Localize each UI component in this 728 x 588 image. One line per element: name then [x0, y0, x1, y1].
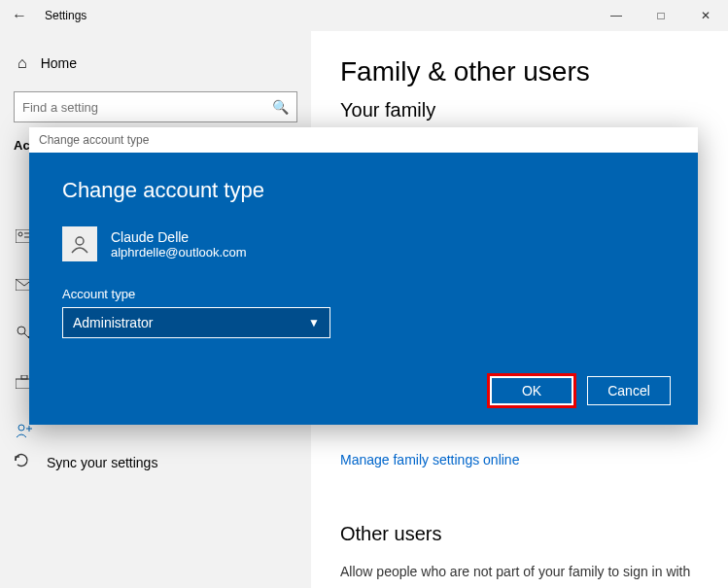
home-icon: ⌂ [17, 54, 27, 72]
select-value: Administrator [73, 315, 153, 330]
sync-label: Sync your settings [47, 455, 157, 470]
window-title: Settings [39, 9, 87, 22]
home-label: Home [41, 55, 77, 71]
sync-nav[interactable]: Sync your settings [14, 453, 157, 471]
search-box[interactable]: 🔍 [14, 91, 297, 122]
svg-point-1 [18, 232, 22, 236]
window-controls: — □ ✕ [594, 0, 728, 31]
account-type-label: Account type [62, 287, 665, 301]
user-email: alphrdelle@outlook.com [111, 245, 247, 259]
section-your-family: Your family [340, 99, 703, 121]
avatar [62, 226, 97, 261]
dialog-crumb: Change account type [29, 127, 698, 153]
dialog-body: Change account type Claude Delle alphrde… [29, 153, 698, 425]
section-other-users: Other users [340, 523, 703, 545]
other-users-note: Allow people who are not part of your fa… [340, 563, 703, 582]
svg-point-5 [17, 327, 25, 334]
dialog-title: Change account type [62, 178, 665, 203]
user-row: Claude Delle alphrdelle@outlook.com [62, 226, 665, 261]
account-type-select[interactable]: Administrator ▼ [62, 307, 330, 338]
back-button[interactable]: ← [0, 7, 39, 24]
user-text: Claude Delle alphrdelle@outlook.com [111, 229, 247, 259]
close-button[interactable]: ✕ [683, 0, 728, 31]
dialog-buttons: OK Cancel [490, 376, 671, 405]
search-icon: 🔍 [272, 99, 289, 115]
search-input[interactable] [22, 100, 272, 115]
cancel-button[interactable]: Cancel [587, 376, 671, 405]
ok-button[interactable]: OK [490, 376, 573, 405]
change-account-dialog: Change account type Change account type … [29, 127, 698, 425]
svg-point-13 [76, 237, 84, 245]
svg-rect-9 [21, 375, 27, 379]
minimize-button[interactable]: — [594, 0, 639, 31]
svg-point-10 [18, 425, 24, 431]
maximize-button[interactable]: □ [639, 0, 683, 31]
sync-icon [14, 453, 29, 471]
manage-family-link[interactable]: Manage family settings online [340, 452, 519, 467]
titlebar: ← Settings — □ ✕ [0, 0, 728, 31]
home-nav[interactable]: ⌂ Home [17, 54, 297, 72]
user-name: Claude Delle [111, 229, 247, 245]
chevron-down-icon: ▼ [308, 316, 320, 329]
page-title: Family & other users [340, 56, 703, 87]
